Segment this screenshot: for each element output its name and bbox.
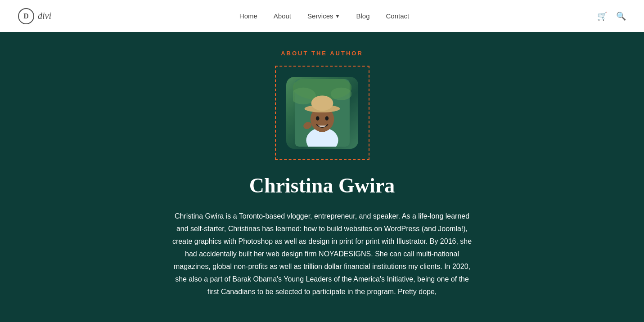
nav-item-about[interactable]: About bbox=[274, 12, 291, 20]
cart-icon[interactable]: 🛒 bbox=[597, 11, 607, 21]
search-icon[interactable]: 🔍 bbox=[616, 11, 626, 21]
main-nav: Home About Services ▼ Blog Contact bbox=[239, 12, 409, 20]
logo-text: divi bbox=[38, 11, 51, 21]
svg-point-10 bbox=[325, 116, 329, 121]
services-link[interactable]: Services bbox=[307, 12, 333, 20]
author-bio: Christina Gwira is a Toronto-based vlogg… bbox=[169, 210, 475, 298]
main-content: ABOUT THE AUTHOR bbox=[0, 32, 644, 322]
author-name: Christina Gwira bbox=[249, 174, 395, 197]
nav-icons: 🛒 🔍 bbox=[597, 11, 626, 21]
author-photo-illustration bbox=[293, 79, 351, 147]
author-avatar bbox=[286, 77, 358, 149]
nav-item-home[interactable]: Home bbox=[239, 12, 257, 20]
author-image-border bbox=[275, 66, 369, 160]
svg-point-3 bbox=[330, 88, 351, 100]
nav-item-services[interactable]: Services ▼ bbox=[307, 12, 340, 20]
site-header: D divi Home About Services ▼ Blog Contac… bbox=[0, 0, 644, 32]
logo-icon: D bbox=[18, 8, 34, 24]
section-label: ABOUT THE AUTHOR bbox=[281, 50, 363, 57]
nav-item-blog[interactable]: Blog bbox=[356, 12, 369, 20]
chevron-down-icon: ▼ bbox=[335, 13, 340, 19]
svg-point-9 bbox=[315, 116, 319, 121]
svg-point-8 bbox=[311, 96, 333, 111]
logo-link[interactable]: D divi bbox=[18, 8, 51, 24]
nav-item-contact[interactable]: Contact bbox=[386, 12, 409, 20]
